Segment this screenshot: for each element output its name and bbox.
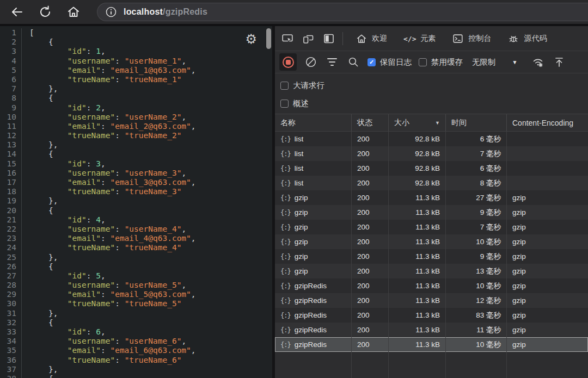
network-row[interactable]: {:}gzip20011.3 kB9 毫秒gzip: [275, 205, 588, 220]
request-status: 200: [351, 337, 388, 352]
code-line: 38 {: [0, 374, 272, 378]
code-line: 8 {: [0, 94, 272, 103]
request-name: gzipRedis: [295, 311, 327, 319]
dock-panel-icon[interactable]: [321, 30, 337, 47]
json-request-icon: {:}: [280, 150, 291, 158]
network-conditions-button[interactable]: [531, 55, 545, 69]
network-row[interactable]: {:}gzip20011.3 kB7 毫秒gzip: [275, 220, 588, 234]
column-label: 大小: [394, 118, 409, 128]
tab-label: 控制台: [468, 34, 491, 44]
record-stop-icon: [283, 57, 294, 68]
request-size: 11.3 kB: [388, 190, 445, 205]
overview-toggle[interactable]: 概述: [280, 95, 588, 113]
code-line: 3 "id": 1,: [0, 47, 272, 56]
network-table-header: 名称状态大小▼时间Content-Encoding: [275, 114, 588, 132]
request-encoding: [506, 132, 588, 146]
scrollbar-thumb[interactable]: [266, 28, 271, 49]
home-icon: [66, 5, 81, 19]
network-row[interactable]: {:}gzipRedis20011.3 kB12 毫秒gzip: [275, 293, 588, 308]
code-line: 27 "id": 5,: [0, 271, 272, 281]
request-encoding: [506, 146, 588, 161]
checkbox-unchecked-icon: [280, 100, 289, 108]
request-name: gzipRedis: [295, 296, 327, 305]
network-row[interactable]: {:}gzipRedis20011.3 kB83 毫秒gzip: [275, 308, 588, 323]
filter-button[interactable]: [325, 55, 339, 69]
code-line: 36 "trueName": "trueName_6": [0, 356, 272, 365]
devtools-tab-4[interactable]: 源代码: [499, 26, 555, 51]
column-header-5[interactable]: Content-Encoding: [506, 114, 588, 131]
column-label: 名称: [280, 118, 296, 128]
line-number: 1: [0, 28, 22, 38]
json-request-icon: {:}: [280, 312, 291, 319]
devtools-tab-2[interactable]: </>元素: [395, 26, 444, 51]
network-row[interactable]: {:}gzip20011.3 kB9 毫秒gzip: [275, 249, 588, 264]
network-row[interactable]: {:}gzipRedis20011.3 kB10 毫秒gzip: [275, 278, 588, 293]
home-button[interactable]: [64, 3, 83, 21]
address-bar[interactable]: localhost/gzipRedis: [97, 3, 588, 21]
network-row[interactable]: {:}gzip20011.3 kB13 毫秒gzip: [275, 264, 588, 278]
json-request-icon: {:}: [280, 165, 291, 172]
search-icon: [347, 56, 359, 68]
line-number: 32: [0, 318, 22, 327]
request-encoding: [506, 176, 588, 190]
request-name: gzip: [295, 238, 308, 246]
record-button[interactable]: [279, 53, 297, 71]
network-row[interactable]: {:}list20092.8 kB6 毫秒: [275, 132, 588, 146]
toolbar-separator: [342, 32, 343, 45]
filter-icon: [327, 58, 337, 66]
request-size: 11.3 kB: [388, 234, 445, 249]
request-status: 200: [351, 308, 388, 323]
throttling-select[interactable]: 无限制 ▼: [472, 57, 517, 67]
network-row[interactable]: {:}gzipRedis20011.3 kB11 毫秒gzip: [275, 323, 588, 337]
checkbox-checked-icon: ✓: [367, 58, 376, 66]
column-header-3[interactable]: 大小▼: [388, 114, 445, 131]
network-row[interactable]: {:}list20092.8 kB7 毫秒: [275, 146, 588, 161]
request-status: 200: [351, 146, 388, 161]
line-number: 9: [0, 103, 22, 113]
line-number: 33: [0, 327, 22, 337]
network-row[interactable]: {:}gzipRedis20011.3 kB10 毫秒gzip: [275, 337, 588, 352]
inspect-icon[interactable]: [279, 30, 296, 47]
disable-cache-toggle[interactable]: 禁用缓存: [419, 57, 463, 67]
column-header-2[interactable]: 状态: [351, 114, 388, 131]
device-toolbar-icon[interactable]: [300, 30, 316, 47]
json-request-icon: {:}: [280, 253, 291, 261]
import-har-button[interactable]: [552, 55, 566, 69]
network-row[interactable]: {:}gzip20011.3 kB27 毫秒gzip: [275, 190, 588, 205]
devtools-tab-3[interactable]: 控制台: [444, 26, 499, 51]
reload-button[interactable]: [36, 3, 54, 21]
clear-button[interactable]: [304, 55, 318, 69]
code-line: 29 "email": "email_5@q63.com",: [0, 290, 272, 299]
code-line: 11 "email": "email_2@q63.com",: [0, 122, 272, 131]
settings-gear-icon[interactable]: ⚙: [245, 32, 257, 47]
request-name: gzip: [295, 252, 308, 261]
network-row[interactable]: {:}gzip20011.3 kB10 毫秒gzip: [275, 234, 588, 249]
column-header-1[interactable]: 名称: [275, 114, 351, 131]
preserve-log-toggle[interactable]: ✓ 保留日志: [367, 57, 412, 67]
column-header-4[interactable]: 时间: [445, 114, 506, 131]
request-status: 200: [351, 249, 388, 264]
request-encoding: gzip: [506, 205, 588, 220]
request-size: 92.8 kB: [388, 161, 445, 176]
code-line: 26 {: [0, 262, 272, 271]
request-encoding: gzip: [506, 293, 588, 308]
devtools-tab-bar: 欢迎</>元素控制台源代码: [275, 26, 588, 51]
code-line: 20 {: [0, 206, 272, 215]
request-time: 7 毫秒: [445, 146, 506, 161]
network-row[interactable]: {:}list20092.8 kB6 毫秒: [275, 161, 588, 176]
json-request-icon: {:}: [280, 238, 291, 246]
request-name: list: [295, 150, 304, 158]
code-line: 22 "username": "userName_4",: [0, 225, 272, 234]
search-button[interactable]: [346, 55, 360, 69]
network-row[interactable]: {:}list20092.8 kB8 毫秒: [275, 176, 588, 190]
json-response-viewer: 1[2 {3 "id": 1,4 "username": "userName_1…: [0, 26, 272, 378]
code-line: 30 "trueName": "trueName_5": [0, 299, 272, 308]
request-time: 10 毫秒: [445, 234, 506, 249]
request-time: 13 毫秒: [445, 264, 506, 278]
request-time: 6 毫秒: [445, 132, 506, 146]
line-number: 7: [0, 84, 22, 94]
big-request-rows-toggle[interactable]: 大请求行: [280, 77, 588, 95]
devtools-tab-1[interactable]: 欢迎: [347, 26, 395, 51]
clear-icon: [305, 56, 317, 68]
back-button[interactable]: [8, 3, 26, 21]
